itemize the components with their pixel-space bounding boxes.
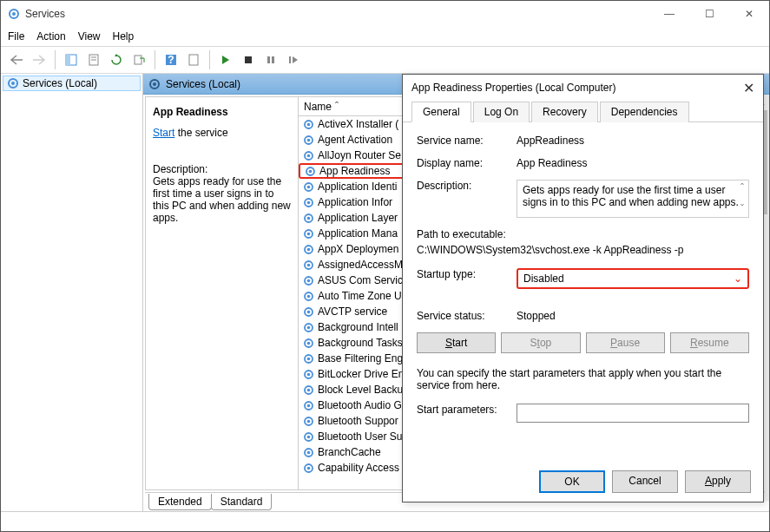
service-name: BranchCache bbox=[318, 446, 381, 458]
chevron-up-icon[interactable]: ˆ bbox=[740, 182, 744, 194]
statusbar bbox=[1, 511, 769, 530]
svg-point-50 bbox=[306, 357, 310, 360]
svg-point-38 bbox=[306, 263, 310, 266]
label-startup-type: Startup type: bbox=[417, 268, 517, 280]
gear-icon bbox=[302, 384, 314, 396]
refresh-icon[interactable] bbox=[106, 49, 127, 70]
gear-icon bbox=[302, 337, 314, 349]
gear-icon bbox=[302, 212, 314, 224]
gear-icon bbox=[302, 462, 314, 474]
svg-point-54 bbox=[306, 388, 310, 391]
tab-recovery[interactable]: Recovery bbox=[531, 102, 598, 122]
tab-general[interactable]: General bbox=[411, 102, 471, 122]
svg-rect-3 bbox=[66, 55, 70, 65]
minimize-button[interactable]: — bbox=[649, 1, 689, 27]
maximize-button[interactable]: ☐ bbox=[689, 1, 729, 27]
start-params-input[interactable] bbox=[517, 404, 749, 423]
chevron-down-icon: ⌄ bbox=[734, 273, 742, 285]
tab-extended[interactable]: Extended bbox=[148, 494, 212, 510]
gear-icon bbox=[302, 274, 314, 286]
service-name: Bluetooth User Su bbox=[318, 430, 402, 443]
menu-help[interactable]: Help bbox=[113, 30, 135, 43]
service-name: Background Tasks bbox=[318, 337, 403, 349]
service-name: Agent Activation bbox=[318, 134, 392, 146]
svg-point-1 bbox=[12, 12, 16, 16]
stop-button: Stop bbox=[501, 332, 580, 353]
tab-standard[interactable]: Standard bbox=[211, 494, 273, 510]
label-start-params: Start parameters: bbox=[417, 404, 517, 416]
pane-header-title: Services (Local) bbox=[166, 78, 240, 90]
menubar: File Action View Help bbox=[1, 27, 769, 46]
service-name: Capability Access bbox=[318, 462, 399, 474]
apply-button[interactable]: Apply bbox=[685, 470, 751, 493]
svg-point-58 bbox=[306, 419, 310, 423]
svg-point-24 bbox=[306, 154, 310, 157]
svg-point-46 bbox=[306, 325, 310, 329]
value-service-name: AppReadiness bbox=[517, 135, 749, 147]
svg-point-36 bbox=[306, 247, 310, 251]
menu-file[interactable]: File bbox=[8, 30, 24, 43]
service-name: AppX Deploymen bbox=[318, 243, 398, 255]
value-path: C:\WINDOWS\System32\svchost.exe -k AppRe… bbox=[417, 244, 749, 256]
tab-logon[interactable]: Log On bbox=[473, 102, 530, 122]
play-icon[interactable] bbox=[215, 49, 236, 70]
svg-rect-7 bbox=[135, 56, 141, 64]
menu-action[interactable]: Action bbox=[36, 30, 65, 43]
description-pane: App Readiness Start the service Descript… bbox=[146, 97, 298, 489]
close-button[interactable]: ✕ bbox=[729, 1, 769, 27]
service-name: AssignedAccessM bbox=[318, 259, 403, 271]
gear-icon bbox=[302, 415, 314, 427]
gear-icon bbox=[302, 243, 314, 255]
tab-dependencies[interactable]: Dependencies bbox=[600, 102, 689, 122]
service-name: Base Filtering Eng bbox=[318, 352, 403, 365]
pause-button: Pause bbox=[586, 332, 665, 353]
svg-point-32 bbox=[306, 216, 310, 220]
help2-icon[interactable] bbox=[183, 49, 204, 70]
pause-icon[interactable] bbox=[260, 49, 281, 70]
start-link[interactable]: Start bbox=[153, 127, 174, 139]
forward-button[interactable] bbox=[29, 49, 49, 70]
window-title: Services bbox=[25, 8, 65, 20]
gear-icon bbox=[302, 134, 314, 146]
stop-icon[interactable] bbox=[238, 49, 259, 70]
menu-view[interactable]: View bbox=[78, 30, 101, 43]
svg-point-44 bbox=[306, 310, 310, 313]
back-button[interactable] bbox=[6, 49, 27, 70]
resume-button: Resume bbox=[670, 332, 749, 353]
sort-asc-icon: ˆ bbox=[335, 101, 339, 113]
service-name: AllJoyn Router Se bbox=[318, 149, 401, 161]
dialog-title: App Readiness Properties (Local Computer… bbox=[411, 82, 615, 94]
service-name: Block Level Backu bbox=[318, 384, 403, 396]
properties-dialog: App Readiness Properties (Local Computer… bbox=[402, 74, 764, 502]
label-service-status: Service status: bbox=[417, 310, 517, 322]
start-button[interactable]: Start bbox=[417, 332, 496, 353]
tree-pane: Services (Local) bbox=[1, 74, 143, 511]
restart-icon[interactable] bbox=[283, 49, 304, 70]
properties-icon[interactable] bbox=[83, 49, 104, 70]
service-name: Bluetooth Audio G bbox=[318, 399, 402, 411]
svg-point-28 bbox=[306, 185, 310, 188]
show-hide-button[interactable] bbox=[61, 49, 82, 70]
svg-point-26 bbox=[308, 169, 312, 173]
svg-point-40 bbox=[306, 279, 310, 282]
label-service-name: Service name: bbox=[417, 135, 517, 147]
service-name: AVCTP service bbox=[318, 305, 387, 318]
gear-icon bbox=[302, 446, 314, 458]
tree-item-services-local[interactable]: Services (Local) bbox=[3, 76, 141, 91]
start-params-note: You can specify the start parameters tha… bbox=[417, 367, 749, 391]
gear-icon bbox=[302, 399, 314, 411]
gear-icon bbox=[302, 368, 314, 380]
chevron-down-icon[interactable]: ˇ bbox=[740, 203, 744, 215]
gear-icon bbox=[302, 196, 314, 208]
help-icon[interactable]: ? bbox=[161, 49, 181, 70]
gear-icon bbox=[302, 181, 314, 193]
gear-icon bbox=[302, 227, 314, 240]
ok-button[interactable]: OK bbox=[539, 470, 605, 493]
cancel-button[interactable]: Cancel bbox=[612, 470, 678, 493]
export-icon[interactable] bbox=[128, 49, 149, 70]
startup-type-select[interactable]: Disabled ⌄ bbox=[517, 268, 749, 289]
svg-point-48 bbox=[306, 341, 310, 345]
dialog-close-button[interactable]: ✕ bbox=[743, 80, 754, 96]
description-text: Gets apps ready for use the first time a… bbox=[153, 175, 291, 224]
gear-icon bbox=[302, 321, 314, 333]
